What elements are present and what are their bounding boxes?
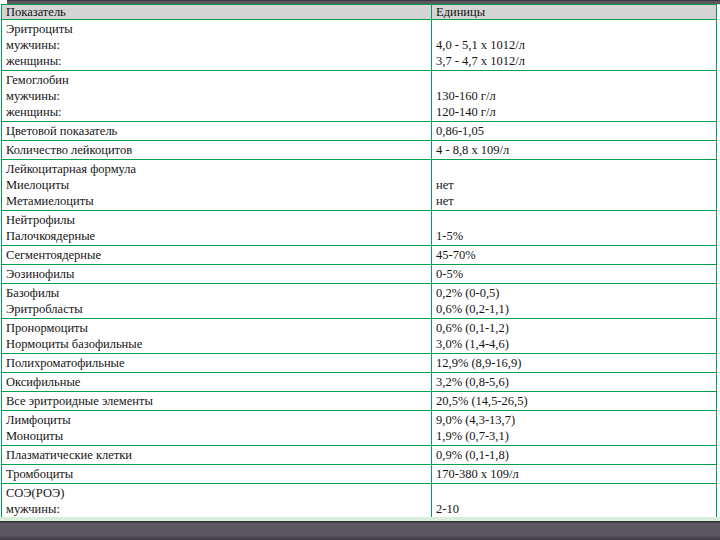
units-cell: 45-70% [431, 246, 716, 264]
units-cell: 9,0% (4,3-13,7)1,9% (0,7-3,1) [431, 411, 716, 445]
table-row: Цветовой показатель0,86-1,05 [2, 122, 716, 141]
indicator-cell: Лейкоцитарная формулаМиелоцитыМетамиелоц… [2, 160, 431, 210]
units-cell-line: 4,0 - 5,1 х 1012/л [436, 37, 714, 53]
table-row: Сегментоядерные45-70% [2, 246, 716, 265]
indicator-cell-line: Количество лейкоцитов [6, 142, 429, 158]
units-cell-line: 45-70% [436, 247, 714, 263]
indicator-cell-line: мужчины: [6, 501, 429, 517]
units-cell: 170-380 х 109/л [431, 465, 716, 483]
column-header-indicator-label: Показатель [6, 5, 429, 18]
indicator-cell: Цветовой показатель [2, 122, 431, 140]
units-cell: нетнет [431, 160, 716, 210]
indicator-cell-line: Миелоциты [6, 177, 429, 193]
indicator-cell: ПронормоцитыНормоциты базофильные [2, 319, 431, 353]
indicator-cell-line: женщины: [6, 53, 429, 69]
units-cell: 20,5% (14,5-26,5) [431, 392, 716, 410]
units-cell-line: 1-5% [436, 228, 714, 244]
indicator-cell-line: Базофилы [6, 285, 429, 301]
units-cell-line: 9,0% (4,3-13,7) [436, 412, 714, 428]
indicator-cell: Количество лейкоцитов [2, 141, 431, 159]
table-row: Оксифильные3,2% (0,8-5,6) [2, 373, 716, 392]
units-cell-line: 0,6% (0,1-1,2) [436, 320, 714, 336]
units-cell-line [436, 212, 714, 228]
indicator-cell: Тромбоциты [2, 465, 431, 483]
table-row: Эозинофилы0-5% [2, 265, 716, 284]
units-cell-line: 130-160 г/л [436, 88, 714, 104]
units-cell-line: 20,5% (14,5-26,5) [436, 393, 714, 409]
table-row: Тромбоциты170-380 х 109/л [2, 465, 716, 484]
indicator-cell-line: Метамиелоциты [6, 193, 429, 209]
indicator-cell: ЛимфоцитыМоноциты [2, 411, 431, 445]
units-cell-line: 3,2% (0,8-5,6) [436, 374, 714, 390]
units-cell-line: 0,2% (0-0,5) [436, 285, 714, 301]
indicator-cell-line: Эритробласты [6, 301, 429, 317]
units-cell: 4 - 8,8 х 109/л [431, 141, 716, 159]
indicator-cell-line: Плазматические клетки [6, 447, 429, 463]
table-row: Плазматические клетки0,9% (0,1-1,8) [2, 446, 716, 465]
indicator-cell-line: СОЭ(РОЭ) [6, 485, 429, 501]
units-cell-line [436, 485, 714, 501]
table-header-row: Показатель Единицы [2, 5, 716, 20]
indicator-cell-line: Тромбоциты [6, 466, 429, 482]
units-cell: 0,86-1,05 [431, 122, 716, 140]
indicator-cell-line: Сегментоядерные [6, 247, 429, 263]
table-body: Эритроцитымужчины:женщины: 4,0 - 5,1 х 1… [2, 20, 716, 534]
units-cell-line: 0,86-1,05 [436, 123, 714, 139]
units-cell-line: 2-10 [436, 501, 714, 517]
indicator-cell: Полихроматофильные [2, 354, 431, 372]
table-row: НейтрофилыПалочкоядерные 1-5% [2, 211, 716, 246]
table-row: Эритроцитымужчины:женщины: 4,0 - 5,1 х 1… [2, 20, 716, 71]
table-row: Лейкоцитарная формулаМиелоцитыМетамиелоц… [2, 160, 716, 211]
units-cell-line: 3,7 - 4,7 х 1012/л [436, 53, 714, 69]
units-cell-line: 3,0% (1,4-4,6) [436, 336, 714, 352]
units-cell-line: 0,9% (0,1-1,8) [436, 447, 714, 463]
indicator-cell-line: Эозинофилы [6, 266, 429, 282]
indicator-cell: Эозинофилы [2, 265, 431, 283]
indicator-cell: БазофилыЭритробласты [2, 284, 431, 318]
units-cell-line: 0-5% [436, 266, 714, 282]
table-row: ЛимфоцитыМоноциты9,0% (4,3-13,7)1,9% (0,… [2, 411, 716, 446]
slide-bottom-bar [0, 521, 720, 540]
units-cell: 3,2% (0,8-5,6) [431, 373, 716, 391]
indicator-cell-line: Пронормоциты [6, 320, 429, 336]
table-row: Полихроматофильные12,9% (8,9-16,9) [2, 354, 716, 373]
units-cell-line: 170-380 х 109/л [436, 466, 714, 482]
indicator-cell-line: Нормоциты базофильные [6, 336, 429, 352]
units-cell: 4,0 - 5,1 х 1012/л3,7 - 4,7 х 1012/л [431, 20, 716, 70]
indicator-cell: Все эритроидные элементы [2, 392, 431, 410]
indicator-cell-line: Лейкоцитарная формула [6, 161, 429, 177]
indicator-cell-line: Эритроциты [6, 21, 429, 37]
units-cell-line: 4 - 8,8 х 109/л [436, 142, 714, 158]
units-cell-line [436, 72, 714, 88]
indicator-cell: Сегментоядерные [2, 246, 431, 264]
indicator-cell-line: мужчины: [6, 88, 429, 104]
indicator-cell-line: Полихроматофильные [6, 355, 429, 371]
column-header-indicator: Показатель [2, 5, 431, 19]
table-row: Количество лейкоцитов4 - 8,8 х 109/л [2, 141, 716, 160]
table-row: Все эритроидные элементы20,5% (14,5-26,5… [2, 392, 716, 411]
column-header-units: Единицы [431, 5, 716, 19]
units-cell-line: 120-140 г/л [436, 104, 714, 120]
blood-test-reference-table: Показатель Единицы Эритроцитымужчины:жен… [1, 4, 717, 535]
indicator-cell-line: Все эритроидные элементы [6, 393, 429, 409]
indicator-cell: НейтрофилыПалочкоядерные [2, 211, 431, 245]
indicator-cell: Плазматические клетки [2, 446, 431, 464]
indicator-cell-line: Оксифильные [6, 374, 429, 390]
units-cell-line: 12,9% (8,9-16,9) [436, 355, 714, 371]
units-cell-line: нет [436, 193, 714, 209]
indicator-cell-line: Палочкоядерные [6, 228, 429, 244]
table-row: БазофилыЭритробласты0,2% (0-0,5)0,6% (0,… [2, 284, 716, 319]
indicator-cell: Оксифильные [2, 373, 431, 391]
units-cell: 0,6% (0,1-1,2)3,0% (1,4-4,6) [431, 319, 716, 353]
units-cell-line: 1,9% (0,7-3,1) [436, 428, 714, 444]
units-cell: 1-5% [431, 211, 716, 245]
units-cell: 0,2% (0-0,5)0,6% (0,2-1,1) [431, 284, 716, 318]
table-row: ПронормоцитыНормоциты базофильные0,6% (0… [2, 319, 716, 354]
units-cell: 130-160 г/л120-140 г/л [431, 71, 716, 121]
units-cell: 0,9% (0,1-1,8) [431, 446, 716, 464]
indicator-cell-line: Гемоглобин [6, 72, 429, 88]
units-cell-line: нет [436, 177, 714, 193]
indicator-cell-line: Цветовой показатель [6, 123, 429, 139]
indicator-cell: Гемоглобинмужчины:женщины: [2, 71, 431, 121]
column-header-units-label: Единицы [436, 5, 714, 18]
